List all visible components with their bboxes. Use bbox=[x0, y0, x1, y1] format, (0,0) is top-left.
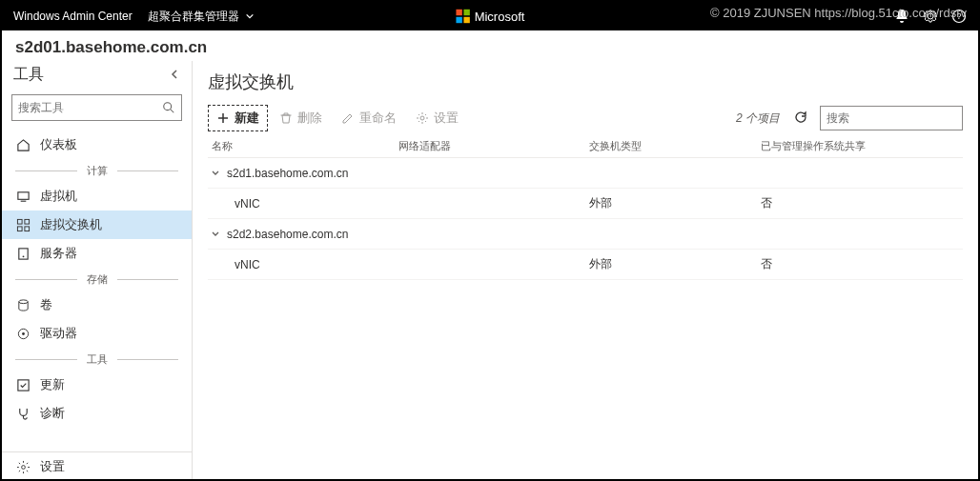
tool-search-input[interactable] bbox=[18, 101, 162, 114]
sidebar-item-label: 虚拟机 bbox=[40, 188, 77, 205]
sidebar-item-label: 卷 bbox=[40, 296, 52, 313]
main-search-input[interactable] bbox=[827, 111, 970, 125]
sidebar-item-label: 设置 bbox=[40, 458, 65, 475]
svg-line-7 bbox=[171, 110, 174, 113]
svg-rect-8 bbox=[17, 191, 28, 199]
svg-point-6 bbox=[164, 103, 172, 110]
cell-type: 外部 bbox=[589, 256, 761, 272]
svg-rect-19 bbox=[17, 379, 28, 390]
rename-button[interactable]: 重命名 bbox=[334, 106, 404, 130]
sidebar-item-update[interactable]: 更新 bbox=[2, 371, 192, 399]
svg-point-16 bbox=[18, 299, 27, 303]
sidebar-collapse-button[interactable] bbox=[169, 68, 180, 83]
main-content: 虚拟交换机 新建 删除 重命名 设置 2 个项目 bbox=[193, 61, 978, 481]
microsoft-logo-icon bbox=[456, 9, 471, 24]
volume-icon bbox=[15, 297, 31, 312]
new-button[interactable]: 新建 bbox=[208, 105, 268, 131]
col-adapter[interactable]: 网络适配器 bbox=[398, 139, 589, 153]
svg-point-15 bbox=[22, 255, 24, 257]
drive-icon bbox=[15, 326, 31, 341]
sidebar-item-label: 仪表板 bbox=[40, 136, 77, 153]
notifications-icon[interactable] bbox=[894, 9, 909, 24]
svg-rect-3 bbox=[463, 17, 469, 23]
sidebar-item-label: 更新 bbox=[40, 376, 65, 393]
solution-name: 超聚合群集管理器 bbox=[148, 9, 239, 25]
brand-text: Microsoft bbox=[475, 10, 525, 24]
settings-button[interactable]: 设置 bbox=[408, 106, 466, 130]
nav-group-tools: 工具 bbox=[2, 350, 192, 369]
table-row[interactable]: vNIC 外部 否 bbox=[208, 189, 963, 219]
diagnose-icon bbox=[15, 406, 31, 421]
item-count: 2 个项目 bbox=[736, 110, 780, 127]
product-name: Windows Admin Center bbox=[13, 10, 133, 23]
svg-rect-11 bbox=[24, 219, 29, 224]
sidebar-item-server[interactable]: 服务器 bbox=[2, 239, 192, 268]
search-icon bbox=[162, 101, 175, 114]
col-shared[interactable]: 已与管理操作系统共享 bbox=[761, 139, 963, 153]
cell-name: vNIC bbox=[208, 258, 398, 271]
cluster-title: s2d01.basehome.com.cn bbox=[2, 30, 978, 61]
page-title: 虚拟交换机 bbox=[208, 67, 963, 101]
tool-search[interactable] bbox=[11, 94, 182, 121]
sidebar-item-volume[interactable]: 卷 bbox=[2, 291, 192, 319]
vm-icon bbox=[15, 189, 31, 204]
svg-rect-14 bbox=[18, 248, 27, 258]
col-name[interactable]: 名称 bbox=[208, 139, 398, 153]
cell-type: 外部 bbox=[589, 195, 761, 211]
brand: Microsoft bbox=[456, 9, 525, 24]
gear-small-icon bbox=[416, 111, 429, 125]
svg-point-20 bbox=[21, 465, 25, 469]
svg-rect-13 bbox=[24, 226, 29, 230]
solution-selector[interactable]: 超聚合群集管理器 bbox=[148, 9, 255, 25]
table-row[interactable]: vNIC 外部 否 bbox=[208, 250, 963, 280]
server-icon bbox=[15, 246, 31, 261]
settings-gear-icon[interactable] bbox=[923, 9, 938, 24]
group-host: s2d1.basehome.com.cn bbox=[227, 167, 348, 180]
chevron-down-icon bbox=[208, 230, 223, 239]
col-type[interactable]: 交换机类型 bbox=[589, 139, 761, 153]
top-bar: Windows Admin Center 超聚合群集管理器 Microsoft … bbox=[2, 2, 978, 30]
svg-point-18 bbox=[22, 332, 25, 335]
refresh-button[interactable] bbox=[793, 110, 808, 128]
chevron-down-icon bbox=[245, 11, 255, 21]
sidebar: 工具 仪表板 计算 虚拟机 虚拟交换机 服务器 bbox=[2, 61, 193, 481]
switch-icon bbox=[15, 217, 31, 232]
svg-rect-2 bbox=[456, 17, 461, 23]
home-icon bbox=[15, 137, 31, 152]
help-icon[interactable]: ? bbox=[951, 9, 967, 24]
refresh-icon bbox=[793, 110, 808, 125]
nav-group-compute: 计算 bbox=[2, 161, 192, 180]
main-search[interactable] bbox=[820, 106, 963, 130]
svg-rect-10 bbox=[17, 219, 22, 224]
nav-group-storage: 存储 bbox=[2, 270, 192, 289]
chevron-down-icon bbox=[208, 169, 223, 178]
group-row[interactable]: s2d2.basehome.com.cn bbox=[208, 219, 963, 250]
sidebar-title: 工具 bbox=[13, 65, 44, 85]
sidebar-item-label: 虚拟交换机 bbox=[40, 216, 102, 233]
update-icon bbox=[15, 377, 31, 392]
group-host: s2d2.basehome.com.cn bbox=[227, 228, 348, 241]
pencil-icon bbox=[341, 111, 355, 125]
toolbar: 新建 删除 重命名 设置 2 个项目 bbox=[208, 101, 963, 135]
svg-text:?: ? bbox=[956, 11, 961, 21]
gear-icon bbox=[15, 459, 31, 474]
sidebar-item-vswitch[interactable]: 虚拟交换机 bbox=[2, 210, 192, 239]
svg-rect-1 bbox=[463, 10, 469, 15]
cell-shared: 否 bbox=[761, 256, 963, 272]
svg-rect-12 bbox=[17, 226, 22, 230]
group-row[interactable]: s2d1.basehome.com.cn bbox=[208, 158, 963, 189]
cell-shared: 否 bbox=[761, 195, 963, 211]
trash-icon bbox=[279, 111, 293, 125]
sidebar-item-dashboard[interactable]: 仪表板 bbox=[2, 130, 192, 159]
sidebar-item-vm[interactable]: 虚拟机 bbox=[2, 182, 192, 210]
sidebar-item-label: 驱动器 bbox=[40, 325, 77, 342]
plus-icon bbox=[216, 111, 230, 125]
sidebar-item-drive[interactable]: 驱动器 bbox=[2, 319, 192, 348]
svg-point-21 bbox=[420, 116, 424, 120]
table-header: 名称 网络适配器 交换机类型 已与管理操作系统共享 bbox=[208, 135, 963, 158]
sidebar-item-label: 服务器 bbox=[40, 245, 77, 262]
sidebar-item-diagnose[interactable]: 诊断 bbox=[2, 399, 192, 428]
sidebar-item-settings[interactable]: 设置 bbox=[2, 452, 192, 481]
delete-button[interactable]: 删除 bbox=[272, 106, 330, 130]
svg-rect-0 bbox=[456, 10, 461, 15]
